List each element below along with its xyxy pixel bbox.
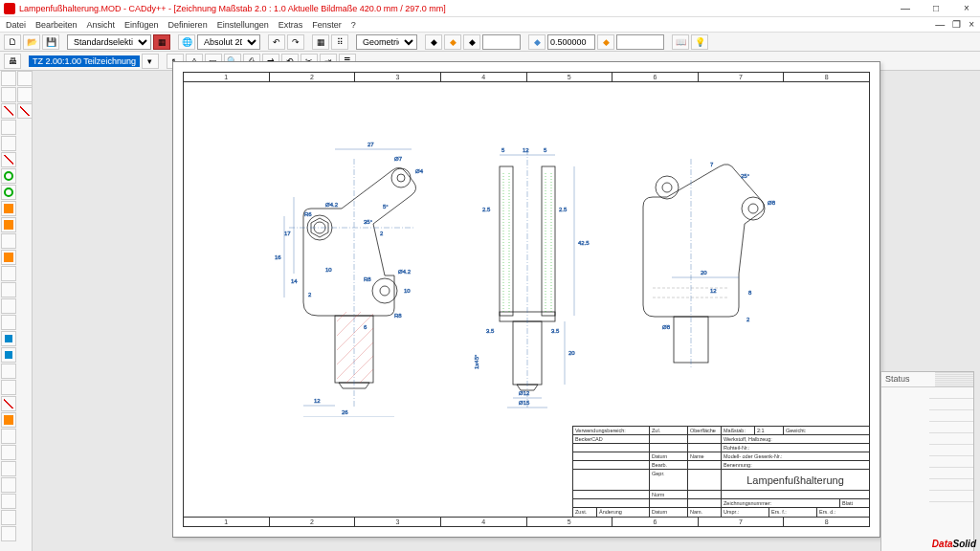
- layer-button-1[interactable]: ◆: [425, 34, 442, 50]
- menu-definieren[interactable]: Definieren: [168, 20, 208, 30]
- layer-input-1[interactable]: [482, 34, 521, 50]
- vtool-block[interactable]: [1, 331, 16, 346]
- mdi-min[interactable]: —: [935, 19, 945, 30]
- vtool-x3[interactable]: [1, 461, 16, 476]
- vtool-x7[interactable]: [1, 526, 16, 541]
- grid-dots-button[interactable]: ⠿: [331, 34, 348, 50]
- mdi-close[interactable]: ×: [969, 19, 974, 30]
- coord-mode-dropdown[interactable]: Absolut 2D: [197, 34, 260, 50]
- menu-datei[interactable]: Datei: [6, 20, 26, 30]
- tz-indicator[interactable]: TZ 2.00:1.00 Teilzeichnung: [29, 55, 140, 67]
- vtool-erase[interactable]: [1, 396, 16, 411]
- svg-text:Ø12: Ø12: [519, 390, 530, 396]
- svg-text:R6: R6: [304, 211, 312, 217]
- book-button[interactable]: 📖: [672, 34, 689, 50]
- vtool-x9[interactable]: [17, 87, 33, 102]
- status-panel: Status: [880, 371, 974, 551]
- tz-dropdown-button[interactable]: ▾: [142, 54, 159, 69]
- svg-text:10: 10: [404, 288, 411, 294]
- vtool-line[interactable]: [1, 87, 16, 102]
- vtool-color[interactable]: [1, 412, 16, 428]
- svg-text:25°: 25°: [741, 173, 750, 179]
- svg-text:5: 5: [544, 147, 547, 153]
- vtool-spline[interactable]: [1, 120, 16, 135]
- minimize-button[interactable]: —: [896, 3, 915, 13]
- drawing-sheet: 1 2 3 4 5 6 7 8 1 2 3 4 5 6 7 8: [172, 61, 880, 538]
- print-button[interactable]: 🖶: [4, 54, 21, 69]
- drawing-frame: 1 2 3 4 5 6 7 8 1 2 3 4 5 6 7 8: [183, 72, 870, 527]
- vtool-x5[interactable]: [1, 494, 16, 509]
- vtool-polygon[interactable]: [1, 217, 16, 232]
- vtool-x8[interactable]: [17, 71, 33, 86]
- vtool-dim[interactable]: [1, 282, 16, 298]
- svg-rect-43: [542, 166, 555, 316]
- vtool-x2[interactable]: [1, 445, 16, 460]
- vtool-pointer[interactable]: [1, 71, 16, 86]
- window-buttons: — □ ×: [896, 3, 976, 13]
- vtool-x1[interactable]: [1, 429, 16, 444]
- col-7: 7: [699, 73, 785, 81]
- vtool-arc[interactable]: [1, 136, 16, 151]
- svg-point-72: [742, 197, 765, 220]
- undo-button[interactable]: ↶: [268, 34, 285, 50]
- svg-point-73: [748, 204, 758, 213]
- save-button[interactable]: 💾: [42, 34, 59, 50]
- vtool-x10[interactable]: [17, 103, 33, 119]
- svg-line-10: [337, 312, 346, 321]
- svg-text:12: 12: [710, 288, 717, 294]
- vtool-text[interactable]: [1, 266, 16, 281]
- canvas-area[interactable]: ↖ 1 2 3 4 5 6 7 8 1 2 3 4 5 6 7 8: [33, 71, 980, 551]
- layer-input-2[interactable]: [616, 34, 664, 50]
- vtool-dim2[interactable]: [1, 298, 16, 314]
- menu-ansicht[interactable]: Ansicht: [87, 20, 116, 30]
- layer-button-3[interactable]: ◆: [463, 34, 480, 50]
- menu-einfuegen[interactable]: Einfügen: [124, 20, 159, 30]
- svg-line-15: [346, 356, 373, 383]
- layer-button-2[interactable]: ◆: [444, 34, 461, 50]
- scale-input[interactable]: [547, 34, 595, 50]
- svg-text:17: 17: [284, 231, 291, 236]
- bulb-button[interactable]: 💡: [691, 34, 708, 50]
- new-button[interactable]: 🗋: [4, 34, 21, 50]
- vtool-rect[interactable]: [1, 201, 16, 216]
- layer-dropdown[interactable]: Geometrie: [356, 34, 417, 50]
- menu-extras[interactable]: Extras: [278, 20, 303, 30]
- svg-text:20: 20: [701, 270, 707, 276]
- vtool-chamfer[interactable]: [1, 364, 16, 379]
- close-button[interactable]: ×: [957, 3, 976, 13]
- svg-text:2: 2: [746, 317, 750, 322]
- menu-fenster[interactable]: Fenster: [312, 20, 342, 30]
- menu-einstellungen[interactable]: Einstellungen: [217, 20, 269, 30]
- open-button[interactable]: 📂: [23, 34, 40, 50]
- vtool-circle[interactable]: [1, 168, 16, 184]
- globe-button[interactable]: 🌐: [178, 34, 195, 50]
- selection-mode-dropdown[interactable]: Standardselektion: [67, 34, 151, 50]
- layer-button-4[interactable]: ◆: [528, 34, 546, 50]
- redo-button[interactable]: ↷: [287, 34, 304, 50]
- vtool-arc2[interactable]: [1, 152, 16, 167]
- vtool-polyline[interactable]: [1, 103, 16, 119]
- vtool-fillet[interactable]: [1, 380, 16, 395]
- vtool-block2[interactable]: [1, 347, 16, 363]
- grid-button[interactable]: ▦: [312, 34, 329, 50]
- menu-help[interactable]: ?: [351, 20, 356, 30]
- vtool-x4[interactable]: [1, 477, 16, 493]
- maximize-button[interactable]: □: [926, 3, 946, 13]
- mdi-max[interactable]: ❐: [952, 19, 961, 30]
- svg-text:7: 7: [710, 162, 714, 167]
- menu-bearbeiten[interactable]: Bearbeiten: [35, 20, 78, 30]
- svg-text:16: 16: [275, 254, 281, 260]
- vtool-fill[interactable]: [1, 250, 16, 265]
- vtool-ellipse[interactable]: [1, 185, 16, 200]
- svg-point-71: [662, 183, 672, 192]
- column-footer: 1 2 3 4 5 6 7 8: [184, 517, 869, 526]
- status-grip[interactable]: [935, 372, 973, 386]
- vtool-x6[interactable]: [1, 510, 16, 525]
- vtool-dim3[interactable]: [1, 315, 16, 330]
- layer-button-5[interactable]: ◆: [597, 34, 614, 50]
- svg-text:Ø4: Ø4: [415, 168, 424, 174]
- select-mode-button[interactable]: ▦: [153, 34, 170, 50]
- svg-text:2.5: 2.5: [559, 207, 568, 212]
- vtool-hatch[interactable]: [1, 233, 16, 249]
- svg-text:Ø15: Ø15: [519, 400, 530, 406]
